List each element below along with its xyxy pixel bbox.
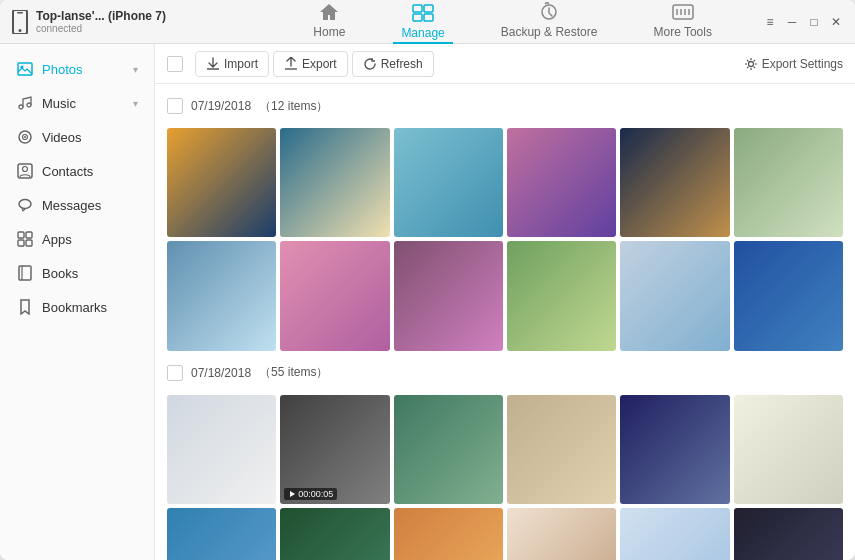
device-info: Top-lanse'... (iPhone 7) connected	[12, 9, 262, 34]
photo-thumb[interactable]	[734, 241, 843, 350]
books-icon	[16, 264, 34, 282]
photo-thumb[interactable]	[394, 395, 503, 504]
device-status: connected	[36, 23, 166, 34]
videos-icon	[16, 128, 34, 146]
photo-thumb[interactable]: 00:00:05	[280, 395, 389, 504]
sidebar-label-bookmarks: Bookmarks	[42, 300, 107, 315]
photo-thumb[interactable]	[620, 241, 729, 350]
sidebar-item-apps[interactable]: Apps	[0, 222, 154, 256]
bookmarks-icon	[16, 298, 34, 316]
svg-rect-8	[673, 5, 693, 19]
photo-thumb[interactable]	[167, 395, 276, 504]
photo-grid-2: 00:00:05	[167, 395, 843, 560]
home-icon	[318, 2, 340, 22]
main-area: Photos ▾ Music ▾ Videos	[0, 44, 855, 560]
svg-point-16	[27, 103, 31, 107]
manage-icon	[411, 3, 435, 23]
export-settings-button[interactable]: Export Settings	[744, 57, 843, 71]
sidebar-item-videos[interactable]: Videos	[0, 120, 154, 154]
maximize-button[interactable]: □	[807, 15, 821, 29]
sidebar-item-music[interactable]: Music ▾	[0, 86, 154, 120]
photo-thumb[interactable]	[734, 395, 843, 504]
sidebar-label-messages: Messages	[42, 198, 101, 213]
sidebar-label-music: Music	[42, 96, 76, 111]
photo-thumb[interactable]	[280, 128, 389, 237]
messages-icon	[16, 196, 34, 214]
music-icon	[16, 94, 34, 112]
photo-thumb[interactable]	[507, 395, 616, 504]
apps-icon	[16, 230, 34, 248]
sidebar-label-videos: Videos	[42, 130, 82, 145]
video-play-icon	[288, 490, 296, 498]
photo-thumb[interactable]	[620, 128, 729, 237]
photo-thumb[interactable]	[167, 128, 276, 237]
sidebar-item-bookmarks[interactable]: Bookmarks	[0, 290, 154, 324]
export-button[interactable]: Export	[273, 51, 348, 77]
photo-thumb[interactable]	[394, 128, 503, 237]
content-area: Import Export Refresh Export Settings	[155, 44, 855, 560]
svg-point-15	[19, 105, 23, 109]
svg-point-2	[19, 29, 22, 32]
photo-thumb[interactable]	[734, 128, 843, 237]
photo-thumb[interactable]	[280, 508, 389, 560]
sidebar-label-books: Books	[42, 266, 78, 281]
device-text: Top-lanse'... (iPhone 7) connected	[36, 9, 166, 34]
refresh-icon	[363, 57, 377, 71]
group-header-1: 07/19/2018 （12 items）	[167, 92, 843, 120]
sidebar-item-contacts[interactable]: Contacts	[0, 154, 154, 188]
minimize-button[interactable]: ─	[785, 15, 799, 29]
photo-thumb[interactable]	[507, 241, 616, 350]
sidebar-item-photos[interactable]: Photos ▾	[0, 52, 154, 86]
group-checkbox-1[interactable]	[167, 98, 183, 114]
photo-thumb[interactable]	[394, 241, 503, 350]
sidebar-item-messages[interactable]: Messages	[0, 188, 154, 222]
tab-tools[interactable]: More Tools	[645, 0, 719, 45]
svg-rect-3	[413, 5, 422, 12]
photo-thumb[interactable]	[734, 508, 843, 560]
import-button[interactable]: Import	[195, 51, 269, 77]
photo-group-2: 07/18/2018 （55 items） 00:00:05	[167, 359, 843, 560]
group-checkbox-2[interactable]	[167, 365, 183, 381]
photo-thumb[interactable]	[620, 508, 729, 560]
photo-group-1: 07/19/2018 （12 items）	[167, 92, 843, 351]
device-name: Top-lanse'... (iPhone 7)	[36, 9, 166, 23]
photo-thumb[interactable]	[394, 508, 503, 560]
sidebar-label-photos: Photos	[42, 62, 82, 77]
photo-grid-1	[167, 128, 843, 351]
photo-thumb[interactable]	[507, 128, 616, 237]
group-header-2: 07/18/2018 （55 items）	[167, 359, 843, 387]
photo-thumb[interactable]	[167, 241, 276, 350]
close-button[interactable]: ✕	[829, 15, 843, 29]
svg-point-22	[19, 200, 31, 209]
refresh-button[interactable]: Refresh	[352, 51, 434, 77]
music-arrow: ▾	[133, 98, 138, 109]
tab-manage[interactable]: Manage	[393, 0, 452, 44]
svg-rect-23	[18, 232, 24, 238]
video-duration-badge: 00:00:05	[284, 488, 337, 500]
photo-thumb[interactable]	[620, 395, 729, 504]
sidebar-label-contacts: Contacts	[42, 164, 93, 179]
photo-thumb[interactable]	[507, 508, 616, 560]
svg-rect-4	[424, 5, 433, 12]
window-controls: ≡ ─ □ ✕	[763, 15, 843, 29]
svg-marker-32	[290, 491, 295, 497]
tab-backup[interactable]: Backup & Restore	[493, 0, 606, 45]
menu-button[interactable]: ≡	[763, 15, 777, 29]
svg-rect-1	[17, 12, 23, 14]
sidebar-item-books[interactable]: Books	[0, 256, 154, 290]
svg-rect-27	[19, 266, 31, 280]
nav-tabs: Home Manage Backup & Restore	[262, 0, 763, 45]
svg-point-31	[748, 61, 753, 66]
photo-content: 07/19/2018 （12 items）	[155, 84, 855, 560]
photo-thumb[interactable]	[167, 508, 276, 560]
group-date-1: 07/19/2018	[191, 99, 251, 113]
photos-arrow: ▾	[133, 64, 138, 75]
photo-thumb[interactable]	[280, 241, 389, 350]
tab-home[interactable]: Home	[305, 0, 353, 45]
svg-rect-6	[424, 14, 433, 21]
tools-icon	[671, 2, 695, 22]
select-all-checkbox[interactable]	[167, 56, 183, 72]
svg-rect-25	[18, 240, 24, 246]
import-icon	[206, 57, 220, 71]
toolbar: Import Export Refresh Export Settings	[155, 44, 855, 84]
